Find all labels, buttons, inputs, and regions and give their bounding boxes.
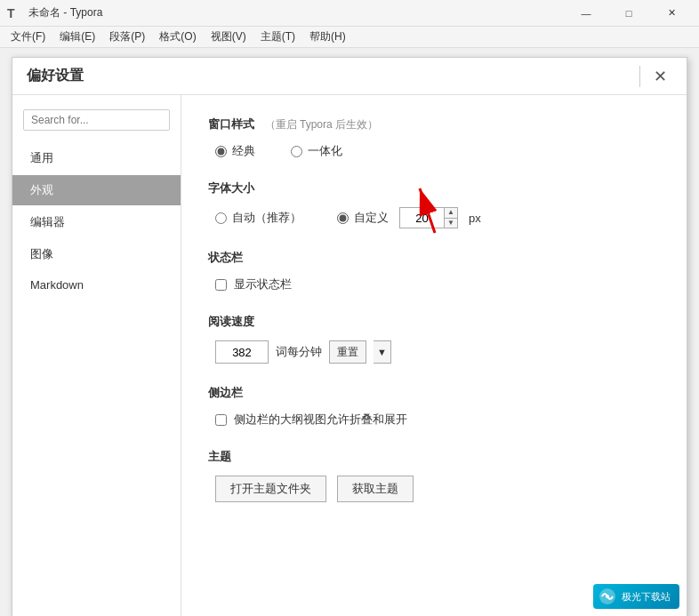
preferences-dialog: 偏好设置 ✕ 通用 外观 编辑器 图像 Markdown	[12, 57, 687, 616]
menu-bar: 文件(F) 编辑(E) 段落(P) 格式(O) 视图(V) 主题(T) 帮助(H…	[0, 27, 699, 48]
sidebar-outline-checkbox[interactable]	[215, 414, 227, 426]
sidebar-item-general[interactable]: 通用	[12, 143, 181, 173]
theme-title: 主题	[208, 449, 660, 465]
menu-view[interactable]: 视图(V)	[204, 28, 253, 46]
header-divider	[639, 66, 640, 87]
sidebar-item-appearance[interactable]: 外观	[12, 175, 181, 205]
reading-speed-reset-button[interactable]: 重置	[329, 340, 366, 364]
get-theme-button[interactable]: 获取主题	[337, 476, 414, 502]
show-status-bar-checkbox[interactable]	[215, 279, 227, 291]
font-size-section: 字体大小 自动（推荐） 自定义 ▲	[208, 180, 660, 228]
sidebar-outline-option[interactable]: 侧边栏的大纲视图允许折叠和展开	[215, 412, 660, 428]
open-theme-folder-button[interactable]: 打开主题文件夹	[215, 476, 326, 502]
maximize-button[interactable]: □	[608, 0, 649, 27]
sidebar-item-editor[interactable]: 编辑器	[12, 207, 181, 237]
px-label: px	[469, 212, 481, 225]
font-size-row: 自动（推荐） 自定义 ▲ ▼	[215, 207, 660, 228]
reading-speed-dropdown-button[interactable]: ▼	[374, 340, 391, 364]
watermark: 极光下载站	[593, 584, 679, 609]
sidebar-item-markdown[interactable]: Markdown	[12, 271, 181, 299]
title-bar: T 未命名 - Typora — □ ✕	[0, 0, 699, 27]
theme-buttons: 打开主题文件夹 获取主题	[215, 476, 660, 502]
spinner-up-button[interactable]: ▲	[445, 208, 457, 218]
status-bar-section: 状态栏 显示状态栏	[208, 250, 660, 292]
spinner-down-button[interactable]: ▼	[445, 219, 457, 228]
title-bar-left: T 未命名 - Typora	[7, 5, 102, 20]
radio-integrated-input[interactable]	[291, 146, 302, 157]
radio-classic-input[interactable]	[215, 146, 227, 157]
dialog-header-right: ✕	[632, 64, 672, 89]
menu-edit[interactable]: 编辑(E)	[52, 28, 102, 46]
show-status-bar-label: 显示状态栏	[234, 276, 292, 292]
radio-auto-input[interactable]	[215, 212, 227, 224]
spinner-buttons: ▲ ▼	[444, 207, 458, 228]
search-input[interactable]	[23, 109, 170, 131]
sidebar-outline-label: 侧边栏的大纲视图允许折叠和展开	[234, 412, 407, 428]
window-close-button[interactable]: ✕	[651, 0, 692, 27]
menu-theme[interactable]: 主题(T)	[253, 28, 302, 46]
radio-custom-input[interactable]	[337, 212, 349, 224]
font-custom-row: 自定义 ▲ ▼ px	[337, 207, 481, 228]
radio-custom[interactable]: 自定义	[337, 210, 389, 226]
sidebar: 通用 外观 编辑器 图像 Markdown	[12, 95, 181, 616]
reading-speed-section: 阅读速度 词每分钟 重置 ▼	[208, 314, 660, 364]
radio-auto-label: 自动（推荐）	[232, 210, 301, 226]
watermark-text: 极光下载站	[622, 590, 671, 604]
reading-speed-input[interactable]	[215, 340, 269, 364]
radio-auto[interactable]: 自动（推荐）	[215, 210, 301, 226]
reading-speed-title: 阅读速度	[208, 314, 660, 330]
window-style-section: 窗口样式 （重启 Typora 后生效） 经典 一体化	[208, 116, 660, 159]
font-size-title: 字体大小	[208, 180, 660, 196]
menu-format[interactable]: 格式(O)	[152, 28, 203, 46]
dialog-body: 通用 外观 编辑器 图像 Markdown 窗口样式 （重启 Typora 后生…	[12, 95, 687, 616]
show-status-bar-option[interactable]: 显示状态栏	[215, 276, 660, 292]
main-content: 窗口样式 （重启 Typora 后生效） 经典 一体化 字体大小	[181, 95, 687, 616]
radio-integrated-label: 一体化	[308, 143, 342, 159]
theme-section: 主题 打开主题文件夹 获取主题	[208, 449, 660, 502]
sidebar-settings-section: 侧边栏 侧边栏的大纲视图允许折叠和展开	[208, 385, 660, 428]
watermark-icon	[599, 588, 616, 605]
sidebar-item-image[interactable]: 图像	[12, 239, 181, 269]
radio-custom-label: 自定义	[354, 210, 389, 226]
radio-classic[interactable]: 经典	[215, 143, 255, 159]
minimize-button[interactable]: —	[566, 0, 607, 27]
reading-speed-row: 词每分钟 重置 ▼	[215, 340, 660, 364]
dialog-title: 偏好设置	[27, 67, 84, 85]
window-controls: — □ ✕	[566, 0, 692, 27]
radio-integrated[interactable]: 一体化	[291, 143, 342, 159]
font-size-input[interactable]	[399, 207, 444, 228]
dialog-close-button[interactable]: ✕	[647, 64, 672, 89]
window-style-title: 窗口样式 （重启 Typora 后生效）	[208, 116, 660, 132]
menu-file[interactable]: 文件(F)	[4, 28, 52, 46]
reading-speed-unit: 词每分钟	[276, 344, 322, 360]
menu-help[interactable]: 帮助(H)	[302, 28, 353, 46]
app-icon: T	[7, 6, 21, 20]
font-size-spinner: ▲ ▼	[399, 207, 458, 228]
sidebar-settings-title: 侧边栏	[208, 385, 660, 401]
window-title: 未命名 - Typora	[28, 5, 102, 20]
window-style-radio-group: 经典 一体化	[215, 143, 660, 159]
radio-classic-label: 经典	[232, 143, 255, 159]
menu-paragraph[interactable]: 段落(P)	[102, 28, 152, 46]
status-bar-title: 状态栏	[208, 250, 660, 266]
svg-point-3	[606, 595, 609, 598]
dialog-header: 偏好设置 ✕	[12, 58, 687, 95]
window-style-subtitle: （重启 Typora 后生效）	[265, 118, 378, 131]
